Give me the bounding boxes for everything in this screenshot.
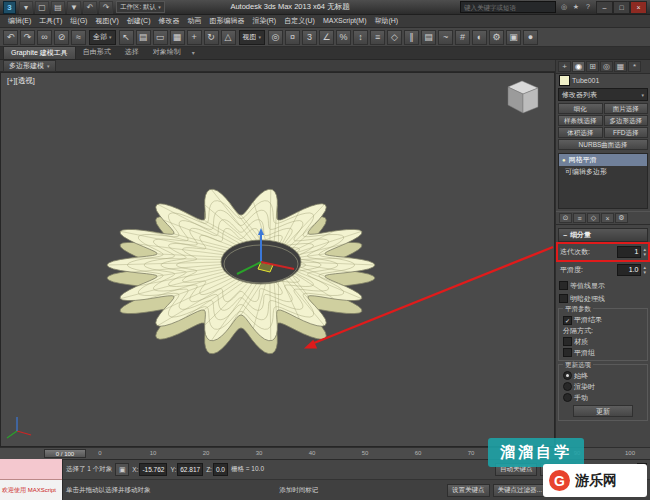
menu-item[interactable]: 视图(V) xyxy=(91,17,122,24)
hierarchy-tab[interactable]: ⊞ xyxy=(586,61,599,72)
application-menu-icon[interactable]: ▾ xyxy=(19,1,33,14)
rollout-subdivision-amount[interactable]: − 细分量 xyxy=(558,228,648,242)
menu-item[interactable]: 渲染(R) xyxy=(248,17,280,24)
menu-item[interactable]: 帮助(H) xyxy=(370,17,402,24)
menu-item[interactable]: MAXScript(M) xyxy=(319,17,371,24)
smoothness-input[interactable]: 1.0 xyxy=(617,264,641,276)
app-logo-icon[interactable]: 3 xyxy=(3,1,16,14)
polygon-modeling-section-button[interactable]: 多边形建模 ▾ xyxy=(3,60,56,72)
percent-snap-toggle-icon[interactable]: % xyxy=(336,30,351,45)
angle-snap-toggle-icon[interactable]: ∠ xyxy=(319,30,334,45)
remove-modifier-icon[interactable]: × xyxy=(601,213,614,223)
object-color-swatch[interactable] xyxy=(559,75,570,86)
select-and-manipulate-icon[interactable]: ¤ xyxy=(285,30,300,45)
x-coordinate-field[interactable]: -15.762 xyxy=(139,463,167,476)
edit-named-selection-sets-icon[interactable]: ≡ xyxy=(370,30,385,45)
viewcube[interactable] xyxy=(498,79,544,117)
selection-filter-dropdown[interactable]: 全部▾ xyxy=(89,30,116,45)
update-always-radio[interactable] xyxy=(563,371,572,380)
use-pivot-point-center-icon[interactable]: ◎ xyxy=(268,30,283,45)
smoothing-groups-checkbox[interactable] xyxy=(563,348,572,357)
iterations-spinner[interactable]: ▴▾ xyxy=(643,247,646,257)
set-key-button[interactable]: 设置关键点 xyxy=(447,484,490,497)
rectangular-selection-region-icon[interactable]: ▭ xyxy=(153,30,168,45)
perspective-viewport[interactable]: [+][透视] xyxy=(0,72,555,447)
layer-manager-icon[interactable]: ▤ xyxy=(421,30,436,45)
pin-stack-icon[interactable]: ⊙ xyxy=(559,213,572,223)
select-and-link-icon[interactable]: ∞ xyxy=(37,30,52,45)
stack-item[interactable]: 可编辑多边形 xyxy=(559,166,647,178)
minimize-button[interactable]: – xyxy=(596,1,613,14)
menu-item[interactable]: 编辑(E) xyxy=(4,17,35,24)
menu-item[interactable]: 动画 xyxy=(183,17,205,24)
make-unique-icon[interactable]: ◇ xyxy=(587,213,600,223)
new-scene-icon[interactable]: ▢ xyxy=(35,1,49,14)
modifier-button[interactable]: 细化 xyxy=(558,103,603,114)
update-manually-radio[interactable] xyxy=(563,393,572,402)
window-crossing-toggle-icon[interactable]: ▦ xyxy=(170,30,185,45)
material-editor-icon[interactable]: ◐ xyxy=(472,30,487,45)
modifier-button[interactable]: 多边形选择 xyxy=(604,115,649,126)
stack-item[interactable]: ●网格平滑 xyxy=(559,154,647,166)
open-file-icon[interactable]: ▤ xyxy=(51,1,65,14)
display-tab[interactable]: ▦ xyxy=(614,61,627,72)
curve-editor-icon[interactable]: ~ xyxy=(438,30,453,45)
update-button[interactable]: 更新 xyxy=(573,405,633,417)
select-and-move-icon[interactable]: + xyxy=(187,30,202,45)
render-setup-icon[interactable]: ⚙ xyxy=(489,30,504,45)
show-end-result-icon[interactable]: ≡ xyxy=(573,213,586,223)
modifier-list-dropdown[interactable]: 修改器列表 ▾ xyxy=(558,88,648,101)
modifier-button[interactable]: 体积选择 xyxy=(558,127,603,138)
listener-line[interactable]: 欢迎使用 MAXScript xyxy=(0,480,62,500)
time-slider-handle[interactable]: 0 / 100 xyxy=(44,449,86,458)
render-production-icon[interactable]: ● xyxy=(523,30,538,45)
z-coordinate-field[interactable]: 0.0 xyxy=(213,463,228,476)
configure-modifier-sets-icon[interactable]: ⚙ xyxy=(615,213,628,223)
shaded-lines-checkbox[interactable] xyxy=(559,294,568,303)
motion-tab[interactable]: ◎ xyxy=(600,61,613,72)
save-file-icon[interactable]: ▼ xyxy=(67,1,81,14)
modifier-enabled-icon[interactable]: ● xyxy=(562,157,566,163)
maxscript-mini-listener[interactable]: 欢迎使用 MAXScript xyxy=(0,459,63,500)
modifier-button[interactable]: FFD选择 xyxy=(604,127,649,138)
unlink-selection-icon[interactable]: ⊘ xyxy=(54,30,69,45)
isoline-display-checkbox[interactable] xyxy=(559,281,568,290)
maximize-button[interactable]: □ xyxy=(613,1,630,14)
macro-recorder-line[interactable] xyxy=(0,459,62,480)
materials-checkbox[interactable] xyxy=(563,337,572,346)
select-object-icon[interactable]: ↖ xyxy=(119,30,134,45)
schematic-view-icon[interactable]: # xyxy=(455,30,470,45)
create-tab[interactable]: + xyxy=(558,61,571,72)
menu-item[interactable]: 图形编辑器 xyxy=(205,17,248,24)
modifier-button[interactable]: NURBS曲面选择 xyxy=(558,139,648,150)
object-name-field[interactable]: Tube001 xyxy=(572,77,599,84)
align-icon[interactable]: ∥ xyxy=(404,30,419,45)
menu-item[interactable]: 修改器 xyxy=(154,17,183,24)
search-icon[interactable]: ◎ xyxy=(558,2,570,13)
viewport-label[interactable]: [+][透视] xyxy=(7,76,35,86)
select-and-scale-icon[interactable]: △ xyxy=(221,30,236,45)
reference-coordinate-dropdown[interactable]: 视图▾ xyxy=(239,30,266,45)
select-and-rotate-icon[interactable]: ↻ xyxy=(204,30,219,45)
menu-item[interactable]: 创建(C) xyxy=(123,17,155,24)
selection-lock-toggle[interactable]: ▣ xyxy=(115,463,129,476)
ribbon-tab[interactable]: 选择 xyxy=(118,46,146,58)
add-time-tag[interactable]: 添加时间标记 xyxy=(279,486,318,495)
utilities-tab[interactable]: * xyxy=(628,61,641,72)
smooth-result-checkbox[interactable]: ✓ xyxy=(563,316,572,325)
select-by-name-icon[interactable]: ▤ xyxy=(136,30,151,45)
smoothness-spinner[interactable]: ▴▾ xyxy=(643,265,646,275)
menu-item[interactable]: 组(G) xyxy=(66,17,91,24)
key-filters-button[interactable]: 关键点过滤器... xyxy=(493,484,547,497)
snaps-toggle-icon[interactable]: 3 xyxy=(302,30,317,45)
undo-icon[interactable]: ↶ xyxy=(3,30,18,45)
ribbon-minimize-icon[interactable]: ▾ xyxy=(192,47,195,59)
help-icon[interactable]: ? xyxy=(582,1,594,12)
mirror-icon[interactable]: ◇ xyxy=(387,30,402,45)
y-coordinate-field[interactable]: 62.817 xyxy=(177,463,203,476)
redo-icon[interactable]: ↷ xyxy=(20,30,35,45)
menu-item[interactable]: 自定义(U) xyxy=(280,17,319,24)
ribbon-tab[interactable]: 对象绘制 xyxy=(146,46,188,58)
modify-tab[interactable]: ◉ xyxy=(572,61,585,72)
gear-model[interactable] xyxy=(1,73,554,446)
